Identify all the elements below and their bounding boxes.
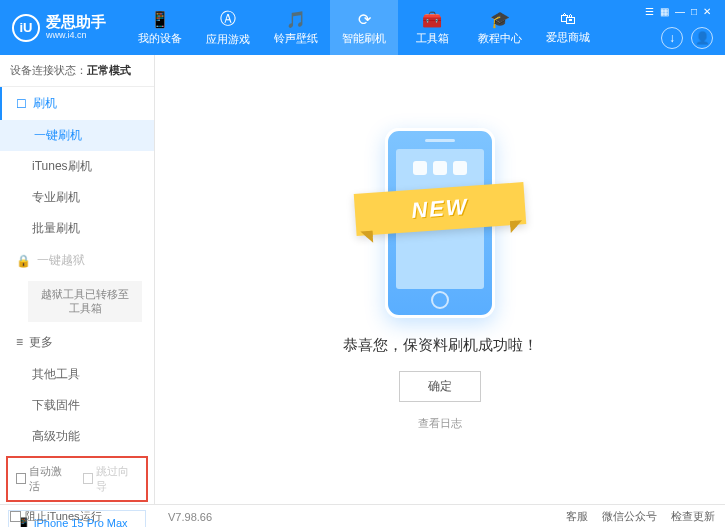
nav-教程中心[interactable]: 🎓教程中心: [466, 0, 534, 55]
nav-爱思商城[interactable]: 🛍爱思商城: [534, 0, 602, 55]
nav-icon: Ⓐ: [220, 9, 236, 30]
block-itunes-checkbox[interactable]: 阻止iTunes运行: [10, 509, 102, 524]
checkbox-icon: [16, 473, 26, 484]
nav-icon: 🧰: [422, 10, 442, 29]
success-message: 恭喜您，保资料刷机成功啦！: [343, 336, 538, 355]
sidebar-item-专业刷机[interactable]: 专业刷机: [0, 182, 154, 213]
minimize-icon[interactable]: —: [675, 6, 685, 17]
footer-link-客服[interactable]: 客服: [566, 509, 588, 524]
ok-button[interactable]: 确定: [399, 371, 481, 402]
view-log-link[interactable]: 查看日志: [418, 416, 462, 431]
sidebar-section-more[interactable]: ≡ 更多: [0, 326, 154, 359]
sidebar-item-一键刷机[interactable]: 一键刷机: [0, 120, 154, 151]
download-button[interactable]: ↓: [661, 27, 683, 49]
version-label: V7.98.66: [168, 511, 212, 523]
app-url: www.i4.cn: [46, 31, 106, 41]
auto-activate-checkbox[interactable]: 自动激活: [16, 464, 71, 494]
list-icon: ≡: [16, 335, 23, 349]
checkbox-icon: [83, 473, 93, 484]
options-highlight-box: 自动激活 跳过向导: [6, 456, 148, 502]
nav-icon: 📱: [150, 10, 170, 29]
logo-icon: iU: [12, 14, 40, 42]
lock-icon: 🔒: [16, 254, 31, 268]
app-title: 爱思助手: [46, 14, 106, 31]
nav-icon: 🛍: [560, 10, 576, 28]
sidebar-section-flash[interactable]: ☐ 刷机: [0, 87, 154, 120]
checkbox-icon: [10, 511, 21, 522]
footer-link-微信公众号[interactable]: 微信公众号: [602, 509, 657, 524]
jailbreak-moved-note: 越狱工具已转移至工具箱: [28, 281, 142, 322]
device-status: 设备连接状态：正常模式: [0, 55, 154, 87]
nav-label: 应用游戏: [206, 32, 250, 47]
user-button[interactable]: 👤: [691, 27, 713, 49]
logo: iU 爱思助手 www.i4.cn: [0, 14, 118, 42]
nav-应用游戏[interactable]: Ⓐ应用游戏: [194, 0, 262, 55]
sidebar-item-iTunes刷机[interactable]: iTunes刷机: [0, 151, 154, 182]
square-icon: ☐: [16, 97, 27, 111]
nav-label: 教程中心: [478, 31, 522, 46]
top-nav: 📱我的设备Ⓐ应用游戏🎵铃声壁纸⟳智能刷机🧰工具箱🎓教程中心🛍爱思商城: [126, 0, 602, 55]
sidebar-item-下载固件[interactable]: 下载固件: [0, 390, 154, 421]
nav-label: 工具箱: [416, 31, 449, 46]
window-controls: ☰ ▦ — □ ✕: [645, 6, 717, 17]
footer-link-检查更新[interactable]: 检查更新: [671, 509, 715, 524]
nav-label: 智能刷机: [342, 31, 386, 46]
sidebar-item-其他工具[interactable]: 其他工具: [0, 359, 154, 390]
nav-label: 爱思商城: [546, 30, 590, 45]
header: iU 爱思助手 www.i4.cn 📱我的设备Ⓐ应用游戏🎵铃声壁纸⟳智能刷机🧰工…: [0, 0, 725, 55]
nav-icon: ⟳: [358, 10, 371, 29]
nav-label: 我的设备: [138, 31, 182, 46]
skip-guide-checkbox[interactable]: 跳过向导: [83, 464, 138, 494]
new-ribbon: NEW: [354, 182, 527, 236]
nav-icon: 🎵: [286, 10, 306, 29]
sidebar-item-批量刷机[interactable]: 批量刷机: [0, 213, 154, 244]
menu-icon[interactable]: ☰: [645, 6, 654, 17]
maximize-icon[interactable]: □: [691, 6, 697, 17]
close-icon[interactable]: ✕: [703, 6, 711, 17]
nav-label: 铃声壁纸: [274, 31, 318, 46]
main-content: NEW 恭喜您，保资料刷机成功啦！ 确定 查看日志: [155, 55, 725, 504]
nav-铃声壁纸[interactable]: 🎵铃声壁纸: [262, 0, 330, 55]
nav-icon: 🎓: [490, 10, 510, 29]
grid-icon[interactable]: ▦: [660, 6, 669, 17]
nav-工具箱[interactable]: 🧰工具箱: [398, 0, 466, 55]
nav-智能刷机[interactable]: ⟳智能刷机: [330, 0, 398, 55]
success-illustration: NEW: [385, 128, 495, 318]
sidebar-item-高级功能[interactable]: 高级功能: [0, 421, 154, 452]
sidebar-section-jailbreak: 🔒 一键越狱: [0, 244, 154, 277]
nav-我的设备[interactable]: 📱我的设备: [126, 0, 194, 55]
sidebar: 设备连接状态：正常模式 ☐ 刷机 一键刷机iTunes刷机专业刷机批量刷机 🔒 …: [0, 55, 155, 504]
